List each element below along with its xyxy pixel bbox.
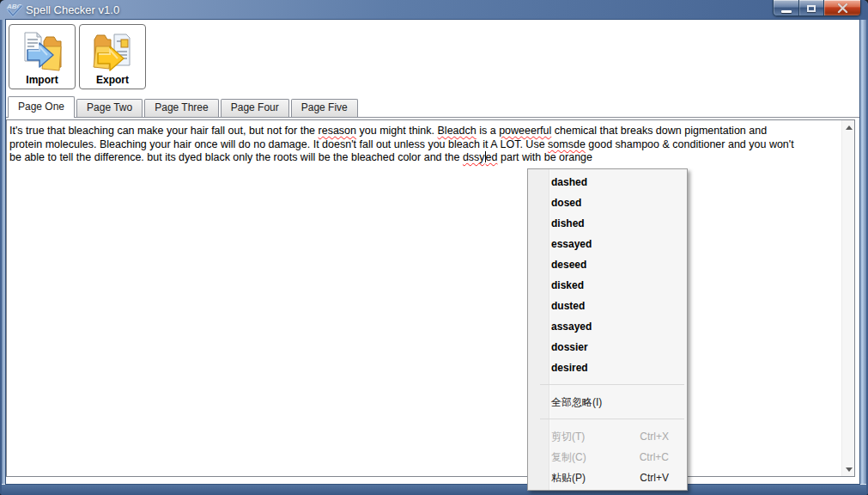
menu-item-label: dossier	[551, 337, 588, 358]
paste-item[interactable]: 粘贴(P)Ctrl+V	[528, 468, 687, 488]
spellcheck-app-icon: ABC	[6, 2, 23, 18]
misspelled-word: ed	[486, 151, 498, 163]
maximize-button[interactable]	[799, 0, 823, 16]
text-segment: chemical that breaks down pigmentation a…	[551, 125, 767, 137]
tab-page-three[interactable]: Page Three	[144, 99, 219, 117]
import-icon	[21, 31, 64, 72]
tab-page-five[interactable]: Page Five	[291, 99, 358, 117]
text-editor[interactable]: It's true that bleaching can make your h…	[6, 119, 855, 477]
titlebar[interactable]: ABC Spell Checker v1.0	[0, 0, 868, 20]
window-border-right	[859, 20, 866, 484]
suggestion-dashed[interactable]: dashed	[528, 172, 687, 192]
scroll-up-button[interactable]	[842, 120, 855, 134]
spell-suggestions-context-menu: dasheddoseddishedessayeddeseeddiskeddust…	[527, 168, 688, 491]
menu-item-label: dusted	[551, 296, 585, 316]
text-line: protein molecules. Bleaching your hair o…	[9, 138, 841, 152]
suggestion-essayed[interactable]: essayed	[528, 234, 687, 254]
menu-item-label: 剪切(T)	[551, 426, 585, 447]
menu-item-label: deseed	[551, 254, 586, 275]
import-button-label: Import	[26, 74, 58, 86]
menu-item-shortcut: Ctrl+V	[640, 468, 669, 488]
misspelled-word: dssy	[463, 151, 485, 163]
menu-item-label: 复制(C)	[551, 447, 586, 468]
import-button[interactable]: Import	[9, 24, 76, 89]
text-line: be able to tell the difference. but its …	[9, 151, 841, 165]
window-controls	[773, 0, 861, 16]
client-area: Import Export Page OnePage TwoPage Three…	[6, 20, 859, 484]
menu-item-label: dished	[551, 213, 585, 234]
copy-item: 复制(C)Ctrl+C	[528, 447, 687, 468]
editor-text[interactable]: It's true that bleaching can make your h…	[7, 120, 841, 476]
text-line: It's true that bleaching can make your h…	[9, 125, 841, 138]
text-segment: good shampoo & conditioner and you won't	[586, 138, 794, 150]
suggestion-dusted[interactable]: dusted	[528, 296, 687, 316]
scroll-down-button[interactable]	[842, 462, 855, 476]
suggestion-desired[interactable]: desired	[528, 358, 687, 378]
suggestion-assayed[interactable]: assayed	[528, 316, 687, 337]
minimize-button[interactable]	[773, 0, 799, 16]
app-window: ABC Spell Checker v1.0	[0, 0, 868, 495]
text-segment: part with be orange	[498, 151, 593, 163]
menu-item-shortcut: Ctrl+C	[640, 447, 669, 468]
misspelled-word: somsde	[548, 138, 586, 150]
arrow-up-icon	[846, 125, 853, 130]
close-icon	[837, 3, 848, 13]
tab-strip: Page OnePage TwoPage ThreePage FourPage …	[8, 96, 358, 117]
menu-item-label: essayed	[551, 234, 592, 254]
menu-item-label: assayed	[551, 316, 592, 337]
suggestion-deseed[interactable]: deseed	[528, 254, 687, 275]
suggestion-dosed[interactable]: dosed	[528, 192, 687, 213]
menu-item-label: disked	[551, 275, 584, 296]
cut-item: 剪切(T)Ctrl+X	[528, 426, 687, 447]
ignore-all-item[interactable]: 全部忽略(I)	[528, 392, 687, 412]
text-segment: is a	[476, 125, 499, 137]
menu-item-label: 全部忽略(I)	[551, 392, 602, 412]
menu-item-label: desired	[551, 358, 588, 378]
misspelled-word: resason	[319, 125, 356, 137]
export-button-label: Export	[96, 74, 129, 86]
maximize-icon	[807, 5, 816, 12]
misspelled-word: Bleadch	[438, 125, 476, 137]
suggestion-dished[interactable]: dished	[528, 213, 687, 234]
minimize-icon	[781, 10, 792, 13]
suggestion-dossier[interactable]: dossier	[528, 337, 687, 358]
menu-item-label: dashed	[551, 172, 587, 192]
tab-page-one[interactable]: Page One	[8, 96, 75, 118]
menu-separator	[540, 419, 684, 419]
suggestion-disked[interactable]: disked	[528, 275, 687, 296]
tab-page-four[interactable]: Page Four	[221, 99, 289, 117]
misspelled-word: poweeerful	[499, 125, 551, 137]
text-segment: It's true that bleaching can make your h…	[9, 125, 319, 137]
export-button[interactable]: Export	[79, 24, 146, 89]
export-icon	[91, 31, 134, 72]
text-segment: you might think.	[356, 125, 438, 137]
close-button[interactable]	[823, 0, 861, 16]
tab-page-two[interactable]: Page Two	[76, 99, 143, 117]
menu-item-label: 粘贴(P)	[551, 468, 586, 488]
window-title: Spell Checker v1.0	[26, 0, 119, 20]
menu-separator	[540, 384, 684, 385]
menu-item-shortcut: Ctrl+X	[640, 426, 669, 447]
tab-panel-border	[6, 117, 859, 118]
window-border-bottom	[2, 484, 866, 495]
vertical-scrollbar[interactable]	[841, 120, 854, 476]
menu-item-label: dosed	[551, 192, 581, 213]
arrow-down-icon	[846, 468, 853, 472]
text-segment: be able to tell the difference. but its …	[9, 151, 463, 163]
text-segment: protein molecules. Bleaching your hair o…	[9, 138, 548, 150]
